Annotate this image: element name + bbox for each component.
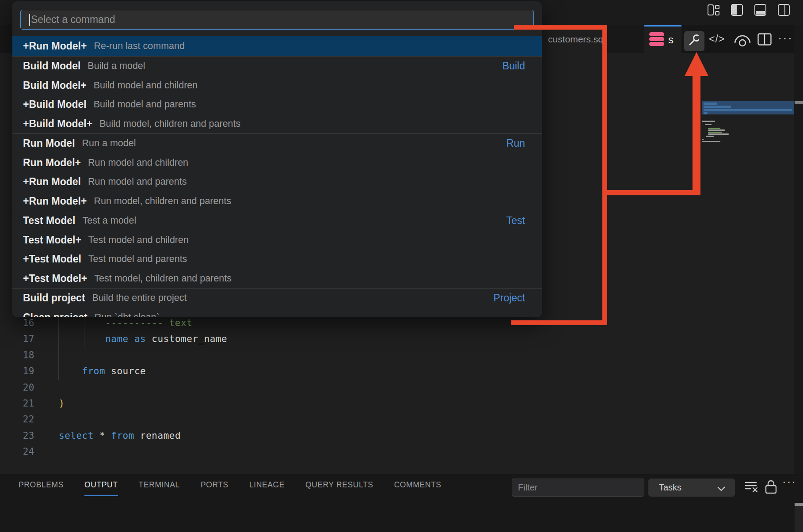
code-text: from source xyxy=(59,363,146,380)
code-line[interactable]: 24 xyxy=(0,444,530,460)
command-label: Run Model xyxy=(23,137,75,149)
command-label: +Test Model xyxy=(23,253,81,265)
panel-tab-comments[interactable]: COMMENTS xyxy=(394,480,441,496)
panel-more-actions-icon[interactable]: ··· xyxy=(782,475,796,489)
panel-tab-terminal[interactable]: TERMINAL xyxy=(139,480,180,496)
line-number: 17 xyxy=(0,331,34,347)
command-input-placeholder: Select a command xyxy=(31,10,115,29)
editor-right-edge xyxy=(794,25,803,474)
dbt-commands-button[interactable] xyxy=(684,31,704,51)
command-item[interactable]: +Run Model+Re-run last command xyxy=(12,36,542,56)
code-line[interactable]: 21) xyxy=(0,395,530,412)
command-category: Build xyxy=(502,60,525,72)
panel-scrollbar[interactable] xyxy=(795,503,803,506)
line-number: 16 xyxy=(0,315,34,331)
panel-tab-ports[interactable]: PORTS xyxy=(201,480,228,496)
command-label: +Run Model xyxy=(23,176,81,188)
code-line[interactable]: 16 ---------- text xyxy=(0,315,530,331)
command-item[interactable]: +Run ModelRun model and parents xyxy=(12,172,542,192)
line-number: 19 xyxy=(0,363,34,380)
panel-tab-output[interactable]: OUTPUT xyxy=(84,480,118,496)
command-label: +Run Model+ xyxy=(23,195,87,207)
command-list: +Run Model+Re-run last commandBuild Mode… xyxy=(12,36,542,317)
code-line[interactable]: 19 from source xyxy=(0,363,530,380)
command-item[interactable]: Run ModelRun a modelRun xyxy=(12,134,542,153)
minimap-line xyxy=(708,129,725,131)
line-number: 24 xyxy=(0,444,34,460)
code-text: ---------- text xyxy=(59,315,192,331)
database-icon xyxy=(649,32,665,48)
annotation-bottom-segment xyxy=(511,320,607,325)
command-description: Test a model xyxy=(82,215,136,226)
customize-layout-icon[interactable] xyxy=(707,4,720,16)
code-text: ) xyxy=(59,395,65,412)
line-number: 18 xyxy=(0,347,34,364)
secondary-editor-tab-bar: s </> xyxy=(644,25,803,53)
editor-more-actions-icon[interactable]: ··· xyxy=(778,25,793,53)
annotation-vertical-segment xyxy=(602,25,607,325)
code-text: select * from renamed xyxy=(59,428,181,444)
minimap-line xyxy=(704,106,731,108)
tab-sources-label: s xyxy=(668,34,674,46)
minimap-line xyxy=(708,128,720,129)
toggle-primary-sidebar-icon[interactable] xyxy=(731,4,743,16)
command-label: +Build Model xyxy=(23,99,87,110)
code-line[interactable]: 18 xyxy=(0,347,530,364)
indent-guide xyxy=(84,316,84,348)
command-label: +Test Model+ xyxy=(23,273,87,285)
command-item[interactable]: Build projectBuild the entire projectPro… xyxy=(12,289,542,308)
tasks-dropdown[interactable]: Tasks xyxy=(648,479,735,497)
minimap-line xyxy=(704,112,708,114)
command-item[interactable]: Run Model+Run model and children xyxy=(12,153,542,173)
code-line[interactable]: 22 xyxy=(0,411,530,428)
command-item[interactable]: Test Model+Test model and children xyxy=(12,231,542,250)
preview-eye-icon[interactable] xyxy=(733,31,752,50)
command-description: Run model and children xyxy=(88,157,188,168)
command-item[interactable]: +Test ModelTest model and parents xyxy=(12,250,542,269)
line-number: 22 xyxy=(0,411,34,428)
minimap-line xyxy=(702,121,715,122)
wrench-icon xyxy=(688,34,701,49)
command-item[interactable]: Clean projectRun `dbt clean` xyxy=(12,308,542,318)
command-item[interactable]: Build ModelBuild a modelBuild xyxy=(12,57,542,76)
command-item[interactable]: Build Model+Build model and children xyxy=(12,76,542,95)
tab-sources[interactable]: s xyxy=(644,25,681,53)
command-label: Build Model xyxy=(23,60,80,72)
command-input[interactable]: Select a command xyxy=(20,10,534,30)
panel-tab-problems[interactable]: PROBLEMS xyxy=(19,480,64,496)
minimap-line xyxy=(702,141,720,142)
code-line[interactable]: 20 xyxy=(0,380,530,396)
annotation-branch-segment xyxy=(605,190,700,195)
minimap-line xyxy=(708,133,729,135)
minimap-scrollbar[interactable] xyxy=(795,101,803,104)
command-description: Build the entire project xyxy=(92,293,187,304)
command-description: Build model, children and parents xyxy=(99,118,240,129)
minimap-line xyxy=(702,139,704,140)
command-label: Clean project xyxy=(23,312,88,317)
command-item[interactable]: Test ModelTest a modelTest xyxy=(12,211,542,231)
command-description: Run model, children and parents xyxy=(94,196,231,207)
command-description: Build a model xyxy=(88,61,145,72)
command-category: Test xyxy=(506,215,525,227)
code-line[interactable]: 23select * from renamed xyxy=(0,428,530,444)
minimap[interactable] xyxy=(702,76,794,341)
minimap-line xyxy=(708,132,722,133)
command-item[interactable]: +Build Model+Build model, children and p… xyxy=(12,114,542,134)
panel-tab-query-results[interactable]: QUERY RESULTS xyxy=(305,480,373,496)
command-item[interactable]: +Test Model+Test model, children and par… xyxy=(12,269,542,289)
minimap-line xyxy=(704,103,717,105)
lock-icon[interactable] xyxy=(765,480,777,496)
command-category: Run xyxy=(506,137,525,149)
minimap-line xyxy=(704,109,792,111)
command-item[interactable]: +Build ModelBuild model and parents xyxy=(12,95,542,114)
panel-tab-lineage[interactable]: LINEAGE xyxy=(249,480,285,496)
toggle-secondary-sidebar-icon[interactable] xyxy=(777,4,790,16)
clear-output-icon[interactable] xyxy=(745,481,758,495)
command-item[interactable]: +Run Model+Run model, children and paren… xyxy=(12,192,542,211)
split-editor-icon[interactable] xyxy=(757,33,772,47)
minimap-line xyxy=(706,136,714,137)
code-line[interactable]: 17 name as customer_name xyxy=(0,331,530,347)
filter-input[interactable]: Filter xyxy=(512,479,644,497)
compiled-code-icon[interactable]: </> xyxy=(709,25,725,53)
toggle-panel-icon[interactable] xyxy=(754,4,767,16)
